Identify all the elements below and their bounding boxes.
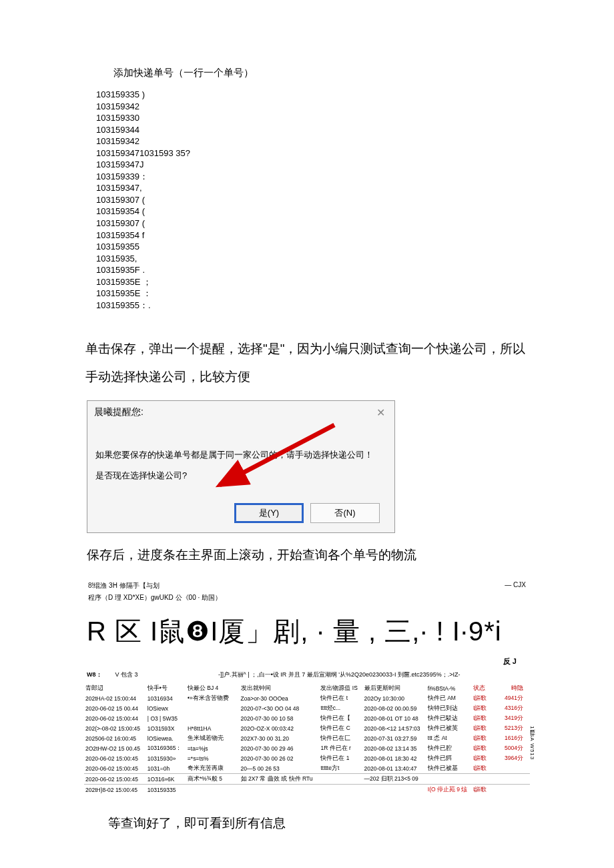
cell: 鱼米城若物壳 xyxy=(186,733,240,743)
cell: —202 归职 213<5 09 xyxy=(363,774,426,785)
tracking-number: 103159347, xyxy=(96,182,534,194)
cell: 2020-08-02 13:14 35 xyxy=(363,743,426,753)
cell: I(O 停止苑 9 烗 xyxy=(426,785,472,795)
cell: 10315930» xyxy=(146,753,186,763)
app-title-left: 8!绲渔 3H 修隔手【与划 xyxy=(88,581,160,590)
cell: 快件已腔 xyxy=(426,743,472,753)
paragraph-1: 单击保存，弹出一个提醒，选择"是"，因为小编只测试查询一个快递公司，所以手动选择… xyxy=(80,335,534,391)
cell: 1O31593X xyxy=(146,723,186,733)
column-header: 時隐 xyxy=(501,683,530,693)
cell: 10316934 xyxy=(146,693,186,703)
table-row: 202tHA-02 15:00:4410316934•»有米含苦物费Zoa>or… xyxy=(84,693,530,703)
table-row: 2020-06-02 15:00:4510315930»≡*s≡ts%2020-… xyxy=(84,753,530,763)
cell: H*8tt1HA xyxy=(186,723,240,733)
cell xyxy=(426,774,472,785)
cell: 202O-OZ-X 00:03:42 xyxy=(240,723,320,733)
column-header: 快手•号 xyxy=(146,683,186,693)
cell: lOSiewx xyxy=(146,703,186,713)
results-table: 青郎辺快手•号快最公 BJ 4发出就钟间发出物源值 IS最后更斯时间fi%BSt… xyxy=(84,683,530,795)
cell: 快特已到达 xyxy=(426,703,472,713)
cell: 202X7-30 00 31.20 xyxy=(240,733,320,743)
cell: I謳歌 xyxy=(472,723,501,733)
tracking-number: 10315935F . xyxy=(96,264,534,276)
cell: 2020-06-02 15:00:45 xyxy=(84,753,146,763)
cell: 快件已被基 xyxy=(426,763,472,774)
cell xyxy=(472,774,501,785)
no-button[interactable]: 否(N) xyxy=(310,503,380,523)
label-w8: W8： xyxy=(87,671,102,679)
cell: 快件已在【 xyxy=(319,713,362,723)
cell: I謳歌 xyxy=(472,703,501,713)
cell: 2020-07-31 03:27.59 xyxy=(363,733,426,743)
cell: 3964分 xyxy=(501,753,530,763)
cell: 快件已 AM xyxy=(426,693,472,703)
cell: 2020-08-01 18:30 42 xyxy=(363,753,426,763)
yes-button[interactable]: 是(Y) xyxy=(234,503,304,523)
cell: 2O2tHW-O2 15 00.45 xyxy=(84,743,146,753)
table-row: 2020-06-02 15:00:44| O3 | 5W352020-07-30… xyxy=(84,713,530,723)
cell: 2020-07-<30 OO 04 48 xyxy=(240,703,320,713)
cell: 2020-06-02 15 00.44 xyxy=(84,703,146,713)
cell: ≡ta≡%js xyxy=(186,743,240,753)
toolbar-glyphs: R 区 I鼠❽I厦」剧, · 量 , 三,· ! I·9*i xyxy=(80,613,534,650)
column-header: 快最公 BJ 4 xyxy=(186,683,240,693)
tracking-number: 103159307 ( xyxy=(96,194,534,206)
tracking-number: 1031593471031593 35? xyxy=(96,147,534,159)
tracking-number: 10315935E ： xyxy=(96,288,534,300)
tracking-number: 103159339： xyxy=(96,171,534,183)
cell: 2020-08-01 OT 10 48 xyxy=(363,713,426,723)
cell: 202506-02 16:00:45 xyxy=(84,733,146,743)
cell: ttttte方t xyxy=(319,763,362,774)
cell: I謳歌 xyxy=(472,713,501,723)
table-row: 2020-06-02 15 00.44lOSiewx2020-07-<30 OO… xyxy=(84,703,530,713)
cell: ≡*s≡ts% xyxy=(186,753,240,763)
cell: 2020-06-02 15:00:45 xyxy=(84,763,146,774)
cell: 103169365： xyxy=(146,743,186,753)
cell: 202tH)8-02 15:00:45 xyxy=(84,785,146,795)
cell: 103159335 xyxy=(146,785,186,795)
cell xyxy=(186,713,240,723)
cell xyxy=(501,763,530,774)
cell: Zoa>or-30 OOOea xyxy=(240,693,320,703)
column-header: 青郎辺 xyxy=(84,683,146,693)
cell: 20—5 00 26 53 xyxy=(240,763,320,774)
cell: 2020-06-02 15:00:45 xyxy=(84,774,146,785)
cell xyxy=(319,785,362,795)
tracking-number-list: 103159335 )10315934210315933010315934410… xyxy=(80,89,534,311)
cell: 202Oy 10:30:00 xyxy=(363,693,426,703)
cell: •»有米含苦物费 xyxy=(186,693,240,703)
cell xyxy=(501,785,530,795)
cell: 如 2X7 常 曲效 或 快件 RTu xyxy=(240,774,320,785)
corner-label: 反 J xyxy=(80,657,534,667)
table-row: 202(>-08-02 15:00:451O31593XH*8tt1HA202O… xyxy=(84,723,530,733)
cell: 2020-07-30 00 10 58 xyxy=(240,713,320,723)
cell: 2020-07-30 00 29 46 xyxy=(240,743,320,753)
cell: 1031=0h xyxy=(146,763,186,774)
paragraph-3: 等查询好了，即可看到所有信息 xyxy=(80,815,534,832)
tracking-number: 103159355：. xyxy=(96,300,534,312)
tracking-number: 103159342 xyxy=(96,101,534,113)
cell: 快件已在 C xyxy=(319,723,362,733)
cell: I謳歌 xyxy=(472,743,501,753)
cell: 5004分 xyxy=(501,743,530,753)
close-icon[interactable]: ✕ xyxy=(372,406,389,419)
dialog-title: 晨曦提醒您: xyxy=(94,406,143,418)
cell: I謳歌 xyxy=(472,785,501,795)
cell: 快件已在 t xyxy=(319,693,362,703)
table-row: 2020-06-02 15:00:451O316»6K商术*%¾般 5如 2X7… xyxy=(84,774,530,785)
tracking-number: 103159344 xyxy=(96,124,534,136)
cell: I謳歌 xyxy=(472,763,501,774)
cell xyxy=(186,785,240,795)
tracking-number: 103159354 ( xyxy=(96,205,534,218)
cell: 快件已在 1 xyxy=(319,753,362,763)
table-row: 202tH)8-02 15:00:45103159335I(O 停止苑 9 烗I… xyxy=(84,785,530,795)
column-header: 发出就钟间 xyxy=(240,683,320,693)
tracking-number: 103159354 f xyxy=(96,230,534,242)
app-menubar: 程序（D 理 XD*XE）gwUKD 公《00 · 助国） xyxy=(80,593,534,602)
cell xyxy=(186,703,240,713)
cell: 2020-08-02 00.00.59 xyxy=(363,703,426,713)
table-row: 2020-06-02 15:00:451031=0h奇米充苦再康20—5 00 … xyxy=(84,763,530,774)
cell xyxy=(501,774,530,785)
cell: I謳歌 xyxy=(472,693,501,703)
cell: 2020-08-01 13:40:47 xyxy=(363,763,426,774)
